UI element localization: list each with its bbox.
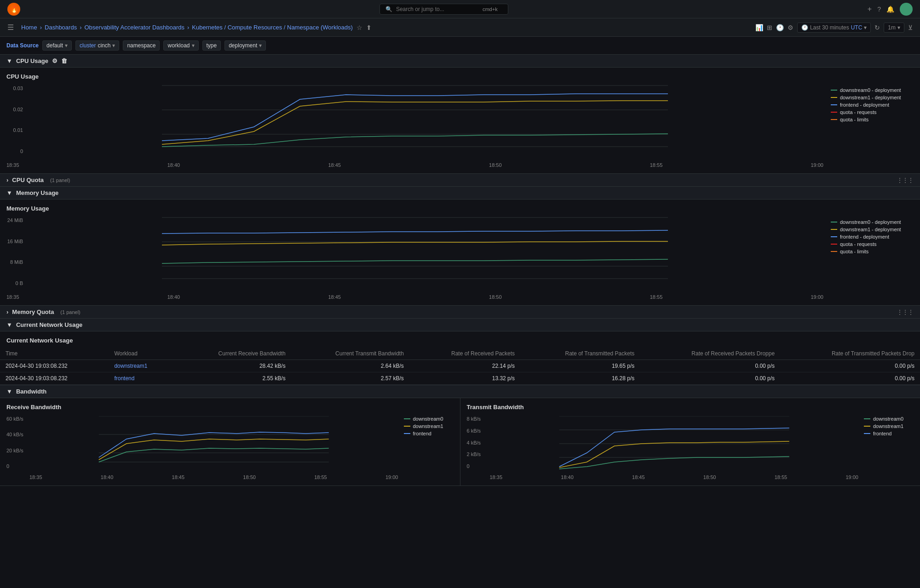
receive-x-axis: 18:3518:4018:4518:5018:5519:00 [29,473,398,480]
transmit-x-axis: 18:3518:4018:4518:5018:5519:00 [490,473,859,480]
deployment-filter[interactable]: deployment ▾ [224,40,266,51]
receive-y-axis: 60 kB/s 40 kB/s 20 kB/s 0 [6,416,29,480]
cpu-collapse-icon: ▼ [6,57,12,64]
cluster-filter-value: cinch [98,42,110,49]
top-bar: 🔥 🔍 cmd+k + ? 🔔 [0,0,920,18]
cell-workload-2[interactable]: frontend [109,372,174,385]
avatar[interactable] [900,3,913,16]
type-filter[interactable]: type [202,40,221,51]
filter-bar: Data Source default ▾ cluster cinch ▾ na… [0,37,920,55]
cpu-settings-icon[interactable]: ⚙ [52,57,58,64]
breadcrumb: Home › Dashboards › Observability Accele… [21,24,353,31]
interval-picker[interactable]: 1m ▾ [884,23,904,33]
settings-icon[interactable]: ⚙ [788,24,794,31]
help-icon[interactable]: ? [877,6,881,13]
chart-icon[interactable]: 📊 [755,24,763,31]
memory-legend: downstream0 - deployment downstream1 - d… [831,217,914,300]
legend-color-quota-limits [831,119,837,120]
search-icon: 🔍 [385,6,392,12]
top-bar-right: + ? 🔔 [868,3,913,16]
cpu-quota-menu-icon[interactable]: ⋮⋮⋮ [897,177,914,183]
breadcrumb-observability[interactable]: Observability Accelerator Dashboards [84,24,184,31]
mem-legend-color-quota-limits [831,251,837,252]
mem-legend-quota-requests: quota - requests [831,241,914,247]
clock-icon[interactable]: 🕐 [776,24,784,31]
bandwidth-title: ▼ Bandwidth [6,388,46,395]
time-range-picker[interactable]: 🕐 Last 30 minutes UTC ▾ [797,23,871,33]
refresh-icon[interactable]: ↻ [874,24,880,31]
cpu-chart-area: 0.03 0.02 0.01 0 [6,86,823,168]
grafana-logo: 🔥 [7,3,20,16]
memory-usage-section-header[interactable]: ▼ Memory Usage [0,187,920,200]
mem-legend-color-downstream0 [831,222,837,223]
network-usage-title: ▼ Current Network Usage [6,321,82,328]
receive-legend: downstream0 downstream1 frontend [398,416,454,480]
memory-chart-container: 24 MiB 16 MiB 8 MiB 0 B [6,217,914,300]
memory-y-axis: 24 MiB 16 MiB 8 MiB 0 B [6,217,25,286]
transmit-chart-svg [490,416,859,471]
legend-color-downstream1 [831,97,837,98]
search-bar[interactable]: 🔍 cmd+k [380,4,508,15]
cell-recv-bw-1: 28.42 kB/s [174,360,291,372]
star-icon[interactable]: ☆ [356,24,362,31]
time-range-label: Last 30 minutes [810,24,849,31]
memory-quota-menu-icon[interactable]: ⋮⋮⋮ [897,309,914,315]
cell-time-1: 2024-04-30 19:03:08.232 [0,360,109,372]
network-table-panel: Current Network Usage Time Workload Curr… [0,331,920,385]
network-table-title: Current Network Usage [0,331,920,348]
legend-color-downstream0 [831,90,837,91]
cpu-trash-icon[interactable]: 🗑 [61,57,67,64]
col-time: Time [0,348,109,360]
cpu-chart-svg [6,86,823,159]
breadcrumb-dashboards[interactable]: Dashboards [45,24,77,31]
add-icon[interactable]: + [868,5,872,13]
cpu-usage-section-header[interactable]: ▼ CPU Usage ⚙ 🗑 [0,55,920,68]
memory-quota-section-header[interactable]: › Memory Quota (1 panel) ⋮⋮⋮ [0,306,920,319]
workload-filter[interactable]: workload ▾ [163,40,198,51]
notification-icon[interactable]: 🔔 [886,6,894,13]
receive-bandwidth-chart-container: 60 kB/s 40 kB/s 20 kB/s 0 [6,416,454,480]
apps-icon[interactable]: ⊞ [767,24,772,31]
cpu-quota-section-header[interactable]: › CPU Quota (1 panel) ⋮⋮⋮ [0,174,920,187]
memory-chart-area: 24 MiB 16 MiB 8 MiB 0 B [6,217,823,300]
memory-quota-actions: ⋮⋮⋮ [897,309,914,315]
search-input[interactable] [396,6,479,12]
transmit-chart-wrapper: 18:3518:4018:4518:5018:5519:00 [490,416,859,480]
mem-legend-quota-limits: quota - limits [831,249,914,254]
legend-downstream0-deployment: downstream0 - deployment [831,87,914,93]
memory-quota-subtitle: (1 panel) [60,309,80,315]
breadcrumb-home[interactable]: Home [21,24,37,31]
data-source-label[interactable]: Data Source [6,42,39,49]
breadcrumb-kubernetes[interactable]: Kubernetes / Compute Resources / Namespa… [192,24,352,31]
hamburger-icon[interactable]: ☰ [7,23,14,32]
nav-bar: ☰ Home › Dashboards › Observability Acce… [0,18,920,37]
recv-legend-frontend: frontend [404,431,454,436]
col-recv-drop: Rate of Received Packets Droppe [640,348,780,360]
cell-workload-1[interactable]: downstream1 [109,360,174,372]
share-icon[interactable]: ⬆ [366,24,372,31]
cluster-filter-key: cluster [80,42,96,49]
cpu-quota-collapse-icon: › [6,177,8,183]
receive-bandwidth-title: Receive Bandwidth [6,404,454,411]
namespace-filter[interactable]: namespace [123,40,160,51]
table-row: 2024-04-30 19:03:08.232 frontend 2.55 kB… [0,372,920,385]
cell-trans-drop-1: 0.00 p/s [780,360,920,372]
search-shortcut: cmd+k [483,6,498,12]
trans-legend-frontend: frontend [864,431,914,436]
legend-color-quota-requests [831,112,837,113]
expand-icon[interactable]: ⊻ [908,24,913,31]
legend-frontend-deployment: frontend - deployment [831,102,914,108]
deployment-filter-label: deployment [229,42,257,49]
bandwidth-section-header[interactable]: ▼ Bandwidth [0,385,920,398]
cpu-y-axis: 0.03 0.02 0.01 0 [6,86,25,154]
mem-legend-downstream1: downstream1 - deployment [831,227,914,232]
default-filter[interactable]: default ▾ [42,40,72,51]
cell-trans-pkt-2: 16.28 p/s [520,372,640,385]
nav-right: 📊 ⊞ 🕐 ⚙ 🕐 Last 30 minutes UTC ▾ ↻ 1m ▾ ⊻ [755,23,913,33]
cluster-filter[interactable]: cluster cinch ▾ [75,40,119,51]
cpu-usage-title: ▼ CPU Usage ⚙ 🗑 [6,57,67,64]
type-filter-label: type [207,42,217,49]
memory-quota-title: › Memory Quota (1 panel) [6,308,80,315]
network-usage-section-header[interactable]: ▼ Current Network Usage [0,319,920,331]
col-trans-pkt: Rate of Transmitted Packets [520,348,640,360]
